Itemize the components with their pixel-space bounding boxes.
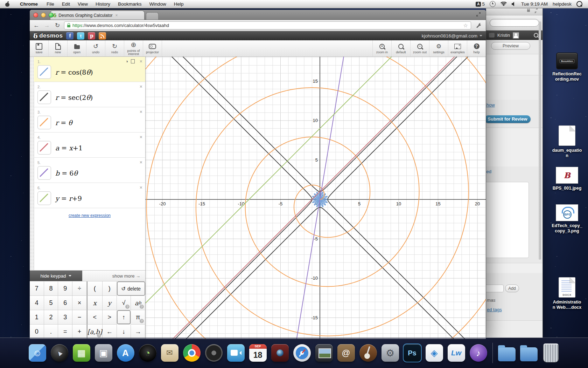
menu-item-help[interactable]: Help: [170, 1, 188, 7]
key-y[interactable]: y: [103, 296, 117, 310]
key-delete[interactable]: ↺delete: [117, 281, 145, 296]
dock-chrome[interactable]: [182, 343, 201, 362]
save-button[interactable]: save: [30, 40, 49, 56]
key-8[interactable]: 8: [44, 281, 58, 296]
browser-tab[interactable]: δ Desmos Graphing Calculator ×: [50, 11, 145, 20]
curve-line-y[interactable]: [146, 57, 486, 310]
key-ab[interactable]: [a,b]?: [87, 325, 103, 339]
key-[interactable]: ×: [72, 296, 87, 310]
expression-formula[interactable]: b = 6θ: [55, 169, 78, 177]
graph-paper[interactable]: -20-15-10-5510152015105-5-10-150: [146, 57, 486, 339]
menu-item-bookmarks[interactable]: Bookmarks: [114, 1, 146, 7]
dock-calendar[interactable]: SEP18: [248, 343, 267, 362]
dock-system-preferences[interactable]: ⚙: [381, 343, 400, 362]
background-window[interactable]: Kristin Preview Show Submit for Review s…: [486, 7, 543, 338]
apple-menu-icon[interactable]: [5, 2, 10, 7]
wifi-icon[interactable]: [500, 2, 507, 7]
account-menu[interactable]: kjohnson0816@gmail.com: [422, 33, 482, 39]
add-button[interactable]: Add: [505, 285, 519, 292]
dock-mail[interactable]: ✉: [160, 343, 179, 362]
site-search-icon[interactable]: [534, 33, 538, 38]
duplicate-icon[interactable]: [131, 59, 135, 63]
delete-expression-icon[interactable]: ×: [140, 185, 142, 190]
fullscreen-icon[interactable]: [476, 12, 481, 17]
desktop-icon-bps-image[interactable]: BBPS_001.jpeg: [546, 167, 588, 191]
examples-button[interactable]: examples: [448, 40, 467, 56]
app-badge[interactable]: A5: [476, 1, 485, 7]
key-[interactable]: ←: [103, 325, 117, 339]
user-name[interactable]: Kristin: [497, 33, 510, 38]
dock-safari[interactable]: [293, 343, 312, 362]
dock-app-store[interactable]: A: [116, 343, 135, 362]
key-6[interactable]: 6: [58, 296, 72, 310]
dock-folder-2[interactable]: [519, 343, 538, 362]
show-link[interactable]: Show: [486, 102, 495, 108]
minimize-window-button[interactable]: [41, 13, 46, 18]
dock-contacts[interactable]: @: [337, 343, 356, 362]
dock-dashboard[interactable]: ◔: [138, 343, 157, 362]
key-x[interactable]: x: [87, 296, 103, 310]
bookmark-star-icon[interactable]: ☆: [463, 22, 468, 29]
key-[interactable]: >: [103, 310, 117, 325]
dock-dvd-player[interactable]: [204, 343, 223, 362]
key-4[interactable]: 4: [30, 296, 44, 310]
background-window-titlebar[interactable]: [486, 7, 542, 15]
menu-item-file[interactable]: File: [43, 1, 58, 7]
dock-writer[interactable]: Lw: [447, 343, 466, 362]
submit-for-review-button[interactable]: Submit for Review: [486, 115, 531, 123]
chrome-menu-button[interactable]: [474, 22, 483, 29]
poi-button[interactable]: ⊕points of interest: [124, 40, 143, 56]
settings-button[interactable]: ⚙settings: [429, 40, 448, 56]
line-style-swatch[interactable]: [37, 191, 51, 205]
key-3[interactable]: 3: [58, 310, 72, 325]
expression-row[interactable]: 2.×r = sec(2θ): [34, 82, 145, 107]
key-[interactable]: √?: [117, 296, 131, 310]
spotlight-icon[interactable]: [576, 1, 582, 7]
close-window-button[interactable]: [33, 13, 38, 18]
key-9[interactable]: 9: [58, 281, 72, 296]
expression-row[interactable]: 4.×a = x+1: [34, 132, 145, 158]
key-[interactable]: −: [72, 310, 87, 325]
help-button[interactable]: ?help: [467, 40, 486, 56]
preview-button[interactable]: Preview: [491, 42, 530, 50]
hide-keypad-button[interactable]: hide keypad: [30, 271, 82, 281]
zoom-out-button[interactable]: −zoom out: [410, 40, 429, 56]
facebook-icon[interactable]: f: [66, 32, 74, 40]
contrast-icon[interactable]: ◑: [126, 59, 128, 64]
new-tab-button[interactable]: [146, 12, 159, 20]
desktop-icon-edtech-image[interactable]: BPSEdTech_copy_ copy_3.png: [546, 204, 588, 234]
dock-preview[interactable]: [315, 343, 334, 362]
feedback-icon[interactable]: [489, 33, 495, 38]
key-5[interactable]: 5: [44, 296, 58, 310]
tab-close-icon[interactable]: ×: [115, 13, 118, 18]
menu-item-chrome[interactable]: Chrome: [16, 1, 43, 7]
key-[interactable]: π?: [131, 310, 145, 325]
dock-garageband[interactable]: [359, 343, 378, 362]
expression-formula[interactable]: r = θ: [55, 119, 72, 127]
key-[interactable]: ↑: [117, 310, 131, 325]
delete-expression-icon[interactable]: ×: [140, 84, 142, 89]
menu-item-window[interactable]: Window: [146, 1, 170, 7]
key-[interactable]: ↓: [117, 325, 131, 339]
expression-row[interactable]: 1.◑×r = cos(8θ): [34, 57, 145, 82]
dock-photo-booth[interactable]: [271, 343, 289, 362]
reload-button[interactable]: ↻: [54, 22, 61, 29]
partial-link[interactable]: sed: [486, 169, 491, 174]
menu-item-history[interactable]: History: [92, 1, 114, 7]
key-[interactable]: ): [103, 281, 117, 296]
key-7[interactable]: 7: [30, 281, 44, 296]
line-style-swatch[interactable]: [37, 141, 51, 155]
expression-formula[interactable]: r = cos(8θ): [55, 68, 93, 76]
key-[interactable]: .: [44, 325, 58, 339]
key-[interactable]: →: [131, 325, 145, 339]
forward-button[interactable]: →: [43, 22, 51, 29]
open-button[interactable]: open: [68, 40, 86, 56]
dock-finder[interactable]: ☺: [28, 343, 47, 362]
back-button[interactable]: ←: [33, 22, 40, 29]
desktop-icon-daum-equation[interactable]: daum_equatio n: [546, 125, 588, 158]
new-button[interactable]: new: [49, 40, 68, 56]
rss-icon[interactable]: [99, 32, 106, 40]
line-style-swatch[interactable]: [37, 65, 51, 79]
dock-photos[interactable]: ▣: [94, 343, 113, 362]
twitter-icon[interactable]: t: [77, 32, 84, 40]
